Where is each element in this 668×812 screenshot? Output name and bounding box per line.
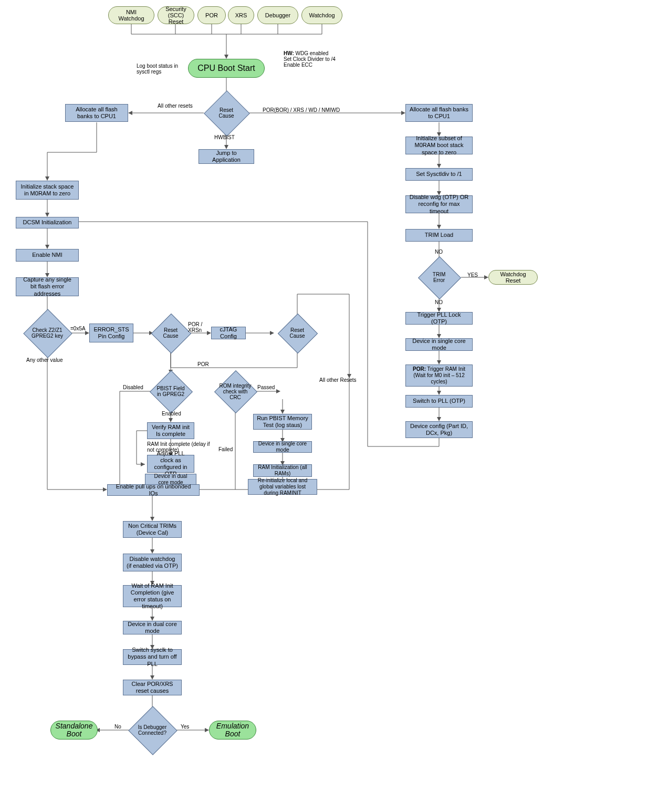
jump-app: Jump to Application (199, 149, 254, 164)
svg-marker-67 (280, 410, 285, 414)
edge-other: All other resets (158, 103, 193, 109)
l-alloc: Allocate all flash banks to CPU1 (65, 104, 128, 122)
nc-trim: Non Critical TRIMs (Device Cal) (123, 521, 182, 538)
edge-porxrsn: POR / XRSn (188, 321, 209, 333)
svg-marker-33 (103, 487, 107, 492)
svg-marker-74 (150, 517, 154, 521)
svg-marker-39 (270, 331, 274, 335)
src-dbg: Debugger (257, 6, 298, 24)
svg-marker-88 (437, 164, 441, 168)
dual-core2: Device in dual core mode (123, 621, 182, 634)
r-alloc: Allocate all flash banks to CPU1 (405, 104, 473, 122)
edge-hwbist: HWBIST (214, 134, 235, 140)
pullups: Enable pull ups on unbonded IOs (107, 484, 200, 496)
svg-marker-62 (141, 462, 145, 466)
ram-all: RAM Initialization (all RAMs) (253, 464, 312, 477)
flowchart-canvas: NMI Watchdog Security (SCC) Reset POR XR… (0, 0, 668, 812)
r-sysdiv: Set Sysctldiv to /1 (405, 168, 473, 181)
src-wdg: Watchdog (301, 6, 342, 24)
single-core: Device in single core mode (253, 441, 312, 453)
adj-pll: Adjust PLL clock as configured in OTP (147, 455, 194, 473)
standalone-boot: Standalone Boot (50, 721, 98, 740)
src-scc: Security (SCC) Reset (158, 6, 194, 24)
svg-marker-64 (276, 389, 280, 393)
l-stack: Initialize stack space in M0RAM to zero (16, 181, 79, 200)
reinit: Re-initialize local and global variables… (248, 479, 317, 495)
svg-marker-92 (437, 225, 441, 229)
src-nmi: NMI Watchdog (108, 6, 154, 24)
svg-marker-12 (128, 111, 132, 115)
svg-marker-22 (45, 213, 49, 217)
edge-failed: Failed (218, 446, 233, 452)
r-trimload: TRIM Load (405, 229, 473, 242)
watchdog-reset: Watchdog Reset (488, 270, 538, 285)
wait-ram: Wait of RAM Init Completion (give error … (123, 585, 182, 607)
dis-wdg: Disable watchdog (if enabled via OTP) (123, 554, 182, 571)
edge-por-xrs: POR(BOR) / XRS / WD / NMIWD (263, 107, 340, 113)
src-xrs: XRS (228, 6, 254, 24)
svg-marker-104 (437, 391, 441, 395)
svg-marker-14 (401, 111, 405, 115)
clear-por: Clear POR/XRS reset causes (123, 680, 182, 695)
src-por: POR (197, 6, 226, 24)
svg-marker-98 (484, 275, 488, 279)
edge-enabled: Enabled (162, 411, 181, 417)
edge-passed: Passed (257, 384, 275, 390)
r-no2: NO (435, 299, 443, 305)
cpu-boot-start: CPU Boot Start (188, 59, 265, 78)
hw-note: HW: WDG enabled Set Clock Divider to /4 … (284, 50, 368, 68)
r-yes: YES (467, 272, 478, 278)
r-initm0: Initialize subset of M0RAM boot stack sp… (405, 137, 473, 154)
svg-marker-79 (150, 675, 154, 680)
l-nmi: Enable NMI (16, 249, 79, 262)
edge-por: POR (197, 361, 209, 367)
svg-marker-77 (150, 617, 154, 621)
r-pll: Trigger PLL Lock (OTP) (405, 312, 473, 325)
svg-marker-102 (437, 360, 441, 365)
emulation-boot: Emulation Boot (209, 721, 256, 740)
r-no1: NO (435, 249, 443, 255)
r-porinit: POR: Trigger RAM Init (Wait for M0 init … (405, 365, 473, 387)
svg-marker-30 (85, 331, 89, 335)
errsts: ERROR_STS Pin Config (89, 324, 133, 342)
cjtag: cJTAG Config (211, 327, 246, 339)
svg-marker-16 (224, 145, 228, 149)
run-pbist: Run PBIST Memory Test (log staus) (253, 414, 312, 430)
edge-disabled: Disabled (123, 384, 143, 390)
r-switchpll: Switch to PLL (OTP) (405, 395, 473, 408)
l-cap: Capture any single bit flash error addre… (16, 277, 79, 296)
edge-anyother: Any other value (26, 357, 63, 363)
edge-0x5a: =0x5A (70, 326, 86, 331)
r-single: Device in single core mode (405, 338, 473, 351)
svg-marker-84 (205, 728, 209, 732)
svg-marker-8 (224, 55, 228, 59)
svg-marker-75 (150, 549, 154, 554)
r-devcfg: Device config (Part ID, DCx, Pkg) (405, 421, 473, 438)
edge-no: No (114, 724, 121, 730)
l-dcsm: DCSM Initialization (16, 217, 79, 228)
svg-marker-20 (45, 176, 49, 181)
svg-marker-106 (437, 417, 441, 421)
verify-ram: Verify RAM init Is complete (147, 422, 194, 439)
edge-yes: Yes (181, 724, 189, 730)
r-diswdg: Disable wdg (OTP) OR reconfig for max ti… (405, 195, 473, 213)
edge-allother: All other Resets (319, 377, 357, 383)
svg-marker-24 (45, 245, 49, 249)
switch-bypass: Switch sysclk to bypass and turn off PLL (123, 649, 182, 665)
svg-marker-54 (169, 418, 173, 422)
log-note: Log boot status in sysctl regs (137, 63, 187, 75)
